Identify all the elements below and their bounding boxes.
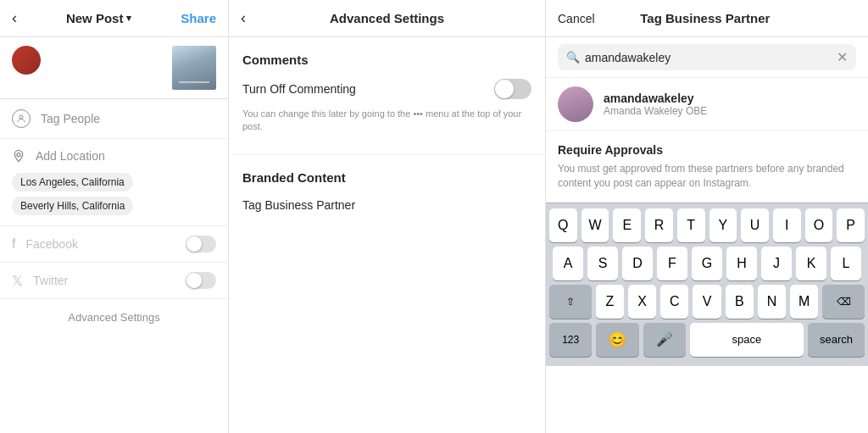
location-chip-bh[interactable]: Beverly Hills, California — [12, 197, 133, 215]
search-box: 🔍 amandawakeley ✕ — [558, 44, 856, 70]
key-m[interactable]: M — [790, 285, 818, 319]
key-a[interactable]: A — [553, 247, 583, 280]
keyboard-row-3: ⇧ Z X C V B N M ⌫ — [549, 285, 865, 319]
twitter-toggle[interactable] — [186, 272, 216, 289]
avatar — [12, 46, 41, 75]
svg-point-0 — [19, 115, 23, 119]
key-f[interactable]: F — [657, 247, 687, 280]
advanced-settings-header: ‹ Advanced Settings — [229, 0, 545, 37]
keyboard: Q W E R T Y U I O P A S D F G H J K L ⇧ … — [546, 203, 868, 366]
commenting-toggle[interactable] — [494, 79, 531, 99]
key-y[interactable]: Y — [709, 208, 737, 242]
tag-partner-title: Tag Business Partner — [640, 11, 770, 25]
key-c[interactable]: C — [660, 285, 688, 319]
keyboard-row-2: A S D F G H J K L — [549, 247, 865, 280]
facebook-icon: f — [12, 236, 15, 252]
key-b[interactable]: B — [726, 285, 754, 319]
key-u[interactable]: U — [741, 208, 769, 242]
search-icon: 🔍 — [566, 51, 580, 64]
tag-business-partner-link[interactable]: Tag Business Partner — [242, 198, 531, 212]
clear-search-icon[interactable]: ✕ — [837, 49, 848, 65]
key-t[interactable]: T — [677, 208, 705, 242]
result-info: amandawakeley Amanda Wakeley OBE — [604, 92, 707, 117]
tag-people-icon — [12, 109, 31, 128]
adv-back-icon[interactable]: ‹ — [241, 9, 246, 27]
facebook-toggle[interactable] — [186, 236, 216, 253]
result-avatar — [558, 86, 593, 122]
key-o[interactable]: O — [805, 208, 833, 242]
require-approvals-title: Require Approvals — [558, 143, 856, 157]
space-key[interactable]: space — [690, 323, 804, 357]
location-chips-container: Los Angeles, California Beverly Hills, C… — [0, 173, 228, 225]
twitter-row[interactable]: 𝕏 Twitter — [0, 263, 228, 299]
search-key[interactable]: search — [808, 323, 865, 357]
require-approvals-section: Require Approvals You must get approved … — [546, 131, 868, 203]
adv-title-text: Advanced Settings — [330, 11, 444, 25]
location-chip-la[interactable]: Los Angeles, California — [12, 173, 133, 192]
result-display-name: Amanda Wakeley OBE — [604, 105, 707, 117]
turn-off-commenting-row: Turn Off Commenting — [242, 79, 531, 99]
key-k[interactable]: K — [796, 247, 826, 280]
key-w[interactable]: W — [581, 208, 609, 242]
key-n[interactable]: N — [758, 285, 786, 319]
key-z[interactable]: Z — [596, 285, 624, 319]
tag-people-row[interactable]: Tag People — [0, 99, 228, 139]
advanced-settings-link[interactable]: Advanced Settings — [0, 299, 228, 336]
delete-key[interactable]: ⌫ — [822, 285, 865, 319]
chevron-down-icon[interactable]: ▾ — [126, 13, 131, 24]
key-i[interactable]: I — [773, 208, 801, 242]
post-thumbnail — [172, 46, 216, 90]
search-input[interactable]: amandawakeley — [585, 51, 832, 64]
add-location-label: Add Location — [36, 149, 105, 163]
cancel-button[interactable]: Cancel — [558, 12, 595, 25]
key-g[interactable]: G — [692, 247, 722, 280]
new-post-header: ‹ New Post ▾ Share — [0, 0, 228, 37]
twitter-left: 𝕏 Twitter — [12, 273, 68, 289]
result-username: amandawakeley — [604, 92, 707, 105]
tag-partner-header: Cancel Tag Business Partner — [546, 0, 868, 37]
share-button[interactable]: Share — [181, 11, 216, 25]
key-q[interactable]: Q — [549, 208, 577, 242]
add-location-row[interactable]: Add Location — [0, 139, 228, 173]
microphone-key[interactable]: 🎤 — [643, 323, 686, 357]
commenting-hint: You can change this later by going to th… — [242, 108, 531, 134]
search-result-item[interactable]: amandawakeley Amanda Wakeley OBE — [546, 78, 868, 131]
shift-key[interactable]: ⇧ — [549, 285, 592, 319]
location-section: Add Location Los Angeles, California Bev… — [0, 139, 228, 226]
back-icon[interactable]: ‹ — [12, 9, 17, 27]
svg-point-1 — [17, 153, 20, 157]
key-e[interactable]: E — [613, 208, 641, 242]
key-j[interactable]: J — [761, 247, 792, 280]
location-icon — [12, 149, 25, 163]
title-text: New Post — [66, 11, 124, 25]
advanced-settings-body: Comments Turn Off Commenting You can cha… — [229, 37, 545, 433]
tag-search-row: 🔍 amandawakeley ✕ — [546, 37, 868, 78]
key-x[interactable]: X — [628, 285, 656, 319]
numbers-key[interactable]: 123 — [549, 323, 592, 357]
avatar-image — [558, 86, 593, 122]
twitter-label: Twitter — [33, 274, 68, 287]
key-p[interactable]: P — [837, 208, 865, 242]
adv-divider — [229, 154, 545, 155]
comments-section-title: Comments — [242, 53, 531, 67]
key-h[interactable]: H — [726, 247, 757, 280]
advanced-settings-panel: ‹ Advanced Settings Comments Turn Off Co… — [229, 0, 546, 433]
emoji-key[interactable]: 😊 — [596, 323, 638, 357]
key-r[interactable]: R — [645, 208, 673, 242]
avatar-image — [12, 46, 41, 75]
key-s[interactable]: S — [587, 247, 618, 280]
turn-off-commenting-label: Turn Off Commenting — [242, 82, 356, 96]
twitter-icon: 𝕏 — [12, 273, 23, 289]
new-post-panel: ‹ New Post ▾ Share Tag People Add Locati… — [0, 0, 229, 433]
post-image-row — [0, 37, 228, 99]
facebook-label: Facebook — [25, 237, 77, 251]
key-d[interactable]: D — [622, 247, 653, 280]
tag-people-label: Tag People — [41, 112, 100, 125]
require-approvals-desc: You must get approved from these partner… — [558, 162, 856, 191]
facebook-left: f Facebook — [12, 236, 78, 252]
key-l[interactable]: L — [831, 247, 861, 280]
keyboard-row-1: Q W E R T Y U I O P — [549, 208, 865, 242]
new-post-title: New Post ▾ — [66, 11, 132, 25]
facebook-row[interactable]: f Facebook — [0, 226, 228, 263]
key-v[interactable]: V — [693, 285, 721, 319]
